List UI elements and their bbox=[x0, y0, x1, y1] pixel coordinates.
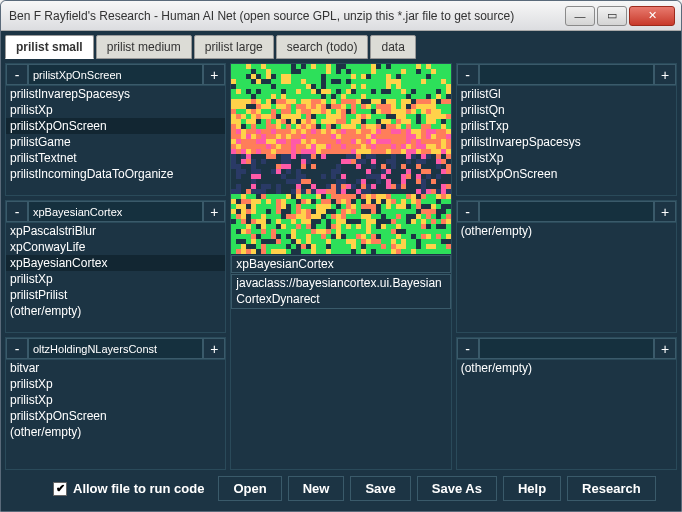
panel-list[interactable]: bitvarprilistXpprilistXpprilistXpOnScree… bbox=[6, 360, 225, 469]
research-button[interactable]: Research bbox=[567, 476, 656, 501]
list-item[interactable]: prilistXpOnScreen bbox=[457, 166, 676, 182]
list-item[interactable]: (other/empty) bbox=[6, 424, 225, 440]
list-item[interactable]: prilistTextnet bbox=[6, 150, 225, 166]
plus-button[interactable]: + bbox=[654, 338, 676, 359]
list-item[interactable]: prilistInvarepSpacesys bbox=[6, 86, 225, 102]
plus-button[interactable]: + bbox=[203, 64, 225, 85]
minus-button[interactable]: - bbox=[457, 64, 479, 85]
panel-list[interactable]: (other/empty) bbox=[457, 360, 676, 469]
checkbox-icon[interactable]: ✔ bbox=[53, 482, 67, 496]
list-item[interactable]: prilistTxp bbox=[457, 118, 676, 134]
minus-button[interactable]: - bbox=[6, 64, 28, 85]
list-item[interactable]: xpConwayLife bbox=[6, 239, 225, 255]
tab-bar: prilist smallprilist mediumprilist large… bbox=[5, 35, 677, 59]
allow-run-checkbox-wrap[interactable]: ✔ Allow file to run code bbox=[53, 481, 204, 496]
save-as-button[interactable]: Save As bbox=[417, 476, 497, 501]
list-item[interactable]: prilistGl bbox=[457, 86, 676, 102]
list-item[interactable]: bitvar bbox=[6, 360, 225, 376]
panel-input[interactable] bbox=[479, 201, 654, 222]
minimize-button[interactable]: — bbox=[565, 6, 595, 26]
center-labels: xpBayesianCortex javaclass://bayesiancor… bbox=[231, 254, 450, 310]
list-item[interactable]: prilistInvarepSpacesys bbox=[457, 134, 676, 150]
content-area: prilist smallprilist mediumprilist large… bbox=[1, 31, 681, 511]
panel-top-right: -+prilistGlprilistQnprilistTxpprilistInv… bbox=[456, 63, 677, 196]
window-buttons: — ▭ ✕ bbox=[563, 6, 675, 26]
list-item[interactable]: prilistXp bbox=[6, 392, 225, 408]
list-item[interactable]: prilistXp bbox=[457, 150, 676, 166]
list-item[interactable]: prilistGame bbox=[6, 134, 225, 150]
open-button[interactable]: Open bbox=[218, 476, 281, 501]
window-title: Ben F Rayfield's Research - Human AI Net… bbox=[1, 9, 563, 23]
help-button[interactable]: Help bbox=[503, 476, 561, 501]
panel-list[interactable]: (other/empty) bbox=[457, 223, 676, 332]
panel-mid-right: -+(other/empty) bbox=[456, 200, 677, 333]
list-item[interactable]: xpPascalstriBlur bbox=[6, 223, 225, 239]
close-button[interactable]: ✕ bbox=[629, 6, 675, 26]
panel-input[interactable] bbox=[28, 338, 203, 359]
new-button[interactable]: New bbox=[288, 476, 345, 501]
tab-prilist-large[interactable]: prilist large bbox=[194, 35, 274, 59]
maximize-button[interactable]: ▭ bbox=[597, 6, 627, 26]
plus-button[interactable]: + bbox=[203, 338, 225, 359]
panel-grid: -+prilistInvarepSpacesysprilistXpprilist… bbox=[5, 63, 677, 470]
list-item[interactable]: (other/empty) bbox=[457, 360, 676, 376]
panel-input[interactable] bbox=[479, 64, 654, 85]
panel-bot-left: -+bitvarprilistXpprilistXpprilistXpOnScr… bbox=[5, 337, 226, 470]
list-item[interactable]: prilistQn bbox=[457, 102, 676, 118]
button-row: OpenNewSaveSave AsHelpResearch bbox=[218, 476, 655, 501]
panel-input[interactable] bbox=[28, 64, 203, 85]
minus-button[interactable]: - bbox=[457, 338, 479, 359]
save-button[interactable]: Save bbox=[350, 476, 410, 501]
panel-list[interactable]: prilistInvarepSpacesysprilistXpprilistXp… bbox=[6, 86, 225, 195]
tab-prilist-medium[interactable]: prilist medium bbox=[96, 35, 192, 59]
tab-data[interactable]: data bbox=[370, 35, 415, 59]
list-item[interactable]: (other/empty) bbox=[457, 223, 676, 239]
panel-bot-right: -+(other/empty) bbox=[456, 337, 677, 470]
minus-button[interactable]: - bbox=[6, 338, 28, 359]
minus-button[interactable]: - bbox=[457, 201, 479, 222]
checkbox-label: Allow file to run code bbox=[73, 481, 204, 496]
panel-input[interactable] bbox=[479, 338, 654, 359]
minus-button[interactable]: - bbox=[6, 201, 28, 222]
list-item[interactable]: prilistIncomingDataToOrganize bbox=[6, 166, 225, 182]
list-item[interactable]: prilistPrilist bbox=[6, 287, 225, 303]
plus-button[interactable]: + bbox=[654, 201, 676, 222]
list-item[interactable]: (other/empty) bbox=[6, 303, 225, 319]
bottom-bar: ✔ Allow file to run code OpenNewSaveSave… bbox=[5, 470, 677, 507]
plus-button[interactable]: + bbox=[203, 201, 225, 222]
panel-mid-left: -+xpPascalstriBlurxpConwayLifexpBayesian… bbox=[5, 200, 226, 333]
list-item[interactable]: prilistXp bbox=[6, 376, 225, 392]
list-item[interactable]: prilistXpOnScreen bbox=[6, 408, 225, 424]
panel-list[interactable]: xpPascalstriBlurxpConwayLifexpBayesianCo… bbox=[6, 223, 225, 332]
center-panel: xpBayesianCortex javaclass://bayesiancor… bbox=[230, 63, 451, 470]
panel-top-left: -+prilistInvarepSpacesysprilistXpprilist… bbox=[5, 63, 226, 196]
plus-button[interactable]: + bbox=[654, 64, 676, 85]
main-window: Ben F Rayfield's Research - Human AI Net… bbox=[0, 0, 682, 512]
visualization bbox=[231, 64, 450, 254]
list-item[interactable]: prilistXp bbox=[6, 102, 225, 118]
tab-search-todo-[interactable]: search (todo) bbox=[276, 35, 369, 59]
center-class: javaclass://bayesiancortex.ui.BayesianCo… bbox=[231, 274, 450, 309]
list-item[interactable]: prilistXp bbox=[6, 271, 225, 287]
list-item[interactable]: xpBayesianCortex bbox=[6, 255, 225, 271]
tab-prilist-small[interactable]: prilist small bbox=[5, 35, 94, 59]
titlebar: Ben F Rayfield's Research - Human AI Net… bbox=[1, 1, 681, 31]
panel-list[interactable]: prilistGlprilistQnprilistTxpprilistInvar… bbox=[457, 86, 676, 195]
panel-input[interactable] bbox=[28, 201, 203, 222]
list-item[interactable]: prilistXpOnScreen bbox=[6, 118, 225, 134]
center-name: xpBayesianCortex bbox=[231, 255, 450, 273]
